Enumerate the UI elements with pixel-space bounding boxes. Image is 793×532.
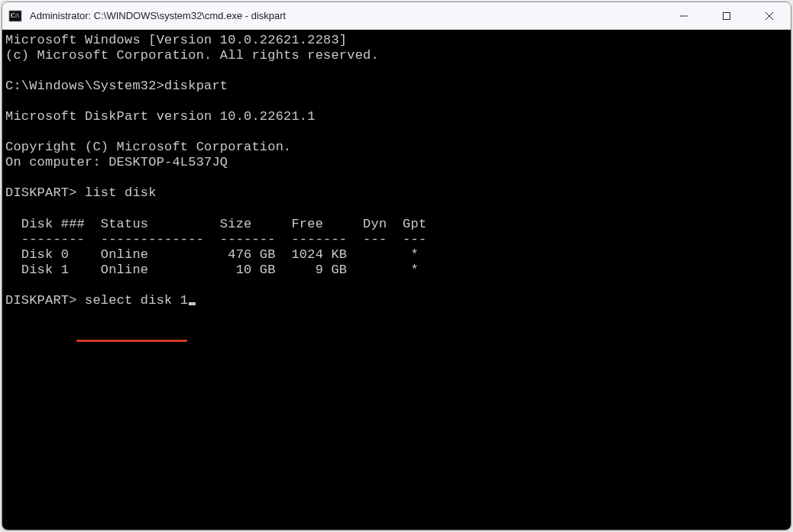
svg-text:C:\: C:\ [11,12,19,19]
window-title: Administrator: C:\WINDOWS\system32\cmd.e… [30,10,662,21]
close-button[interactable] [748,2,791,29]
diskpart-copyright: Copyright (C) Microsoft Corporation. [5,140,291,154]
svg-rect-3 [723,12,730,19]
cmd-prompt-line: C:\Windows\System32>diskpart [5,79,228,93]
titlebar: C:\ Administrator: C:\WINDOWS\system32\c… [2,2,791,30]
table-divider: -------- ------------- ------- ------- -… [5,232,426,247]
window-controls [662,2,791,29]
table-row: Disk 0 Online 476 GB 1024 KB * [5,247,419,262]
table-row: Disk 1 Online 10 GB 9 GB * [5,263,419,277]
diskpart-prompt-current: DISKPART> select disk 1 [5,293,196,308]
table-header: Disk ### Status Size Free Dyn Gpt [5,217,426,231]
computer-name: On computer: DESKTOP-4L537JQ [5,155,228,169]
annotation-underline [76,340,187,342]
diskpart-prompt-listdisk: DISKPART> list disk [5,185,157,200]
minimize-button[interactable] [662,2,705,29]
cursor-icon [189,302,196,305]
diskpart-version: Microsoft DiskPart version 10.0.22621.1 [5,109,316,124]
terminal-output[interactable]: Microsoft Windows [Version 10.0.22621.22… [2,30,791,530]
version-line: Microsoft Windows [Version 10.0.22621.22… [5,33,347,47]
cmd-window: C:\ Administrator: C:\WINDOWS\system32\c… [2,2,791,530]
cmd-icon: C:\ [8,9,22,23]
copyright-line: (c) Microsoft Corporation. All rights re… [5,48,379,63]
maximize-button[interactable] [705,2,748,29]
current-command: select disk 1 [85,293,188,308]
